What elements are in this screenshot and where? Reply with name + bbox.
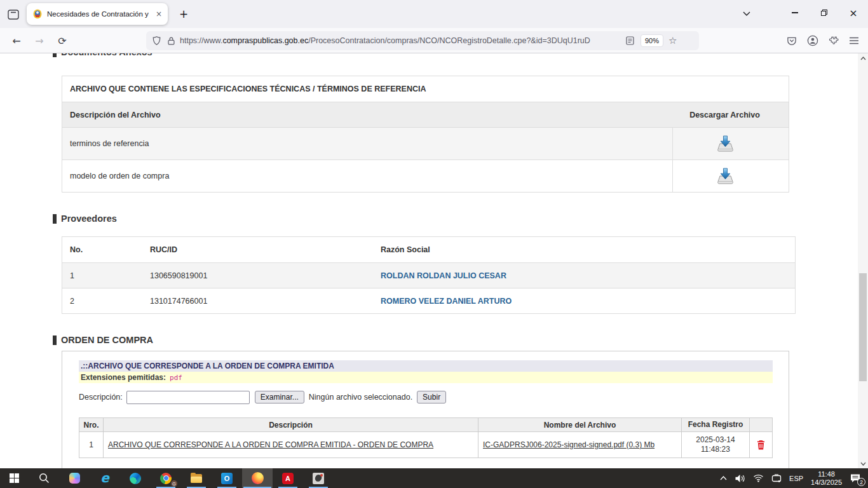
orden-compra-files-table: Nro. Descripción Nombre del Archivo Fech… (79, 417, 773, 458)
section-title-documentos-anexos: Documentos Anexos (61, 53, 153, 57)
download-icon[interactable] (715, 167, 735, 185)
extensions-label: Extensiones pemitidas: (81, 373, 166, 382)
col-header-ruc: RUC/ID (142, 245, 373, 254)
url-bar[interactable]: https://www.compraspublicas.gob.ec/Proce… (146, 31, 699, 50)
back-button[interactable]: ← (8, 32, 25, 49)
fecha-registro-time: 11:48:23 (701, 445, 730, 454)
extensions-value: pdf (170, 374, 182, 382)
descripcion-input[interactable] (126, 391, 250, 404)
firefox-view-button[interactable] (6, 8, 21, 22)
table-header-row: Descripción del Archivo Descargar Archiv… (62, 102, 789, 127)
col-header-razon-social: Razón Social (373, 245, 795, 254)
section-bullet (53, 214, 57, 224)
file-descripcion-link[interactable]: ARCHIVO QUE CORRESPONDE A LA ORDEN DE CO… (108, 440, 433, 449)
table-row: modelo de orden de compra (62, 159, 789, 192)
taskbar-outlook-button[interactable]: O (212, 468, 242, 488)
taskbar-internet-explorer-button[interactable]: e (90, 468, 120, 488)
reader-mode-icon[interactable] (626, 36, 634, 45)
examinar-button[interactable]: Examinar... (255, 391, 304, 403)
scrollbar-thumb[interactable] (859, 273, 867, 381)
proveedor-link[interactable]: ROLDAN ROLDAN JULIO CESAR (381, 271, 506, 280)
col-header-descargar-archivo: Descargar Archivo (672, 102, 789, 127)
remote-desktop-icon[interactable] (768, 468, 785, 488)
taskbar-clock[interactable]: 11:48 14/3/2025 (807, 468, 846, 488)
taskbar-search-button[interactable] (29, 468, 59, 488)
col-header-no: No. (62, 245, 142, 254)
notification-count-badge: 2 (857, 478, 865, 486)
lock-icon[interactable] (167, 36, 175, 46)
url-domain: compraspublicas.gob.ec (222, 36, 308, 45)
extensions-band: Extensiones pemitidas:pdf (79, 372, 773, 383)
start-button[interactable] (0, 468, 29, 488)
file-name-link[interactable]: IC-GADPRSJ006-2025-signed-signed.pdf (0.… (483, 440, 654, 449)
table-header-row: No. RUC/ID Razón Social (62, 237, 795, 262)
window-minimize-button[interactable] (780, 0, 810, 25)
bookmark-star-icon[interactable]: ☆ (668, 35, 677, 46)
account-icon[interactable] (807, 35, 818, 46)
zoom-level-button[interactable]: 90% (641, 34, 663, 47)
col-header-descripcion-archivo: Descripción del Archivo (62, 111, 672, 119)
clock-date: 14/3/2025 (811, 478, 842, 487)
taskbar-chrome-button[interactable]: G (151, 468, 181, 488)
new-tab-button[interactable]: + (175, 6, 192, 22)
page-scrollbar[interactable] (858, 53, 868, 468)
notification-center-button[interactable]: 2 (846, 468, 865, 488)
outlook-icon: O (221, 473, 233, 484)
tab-list-chevron-icon[interactable] (737, 5, 756, 22)
scroll-down-icon[interactable] (858, 459, 868, 468)
taskbar-copilot-button[interactable] (59, 468, 90, 488)
proveedor-ruc: 1310174766001 (142, 297, 373, 306)
table-caption-row: ARCHIVO QUE CONTIENE LAS ESPECIFICACIONE… (62, 76, 789, 102)
tab-bar: Necesidades de Contratación y × + × (0, 0, 868, 28)
browser-tab[interactable]: Necesidades de Contratación y × (27, 3, 168, 25)
proveedor-no: 1 (62, 271, 142, 280)
section-documentos-anexos: Documentos Anexos (53, 53, 153, 57)
table-row: terminos de referencia (62, 127, 789, 159)
tab-close-icon[interactable]: × (156, 10, 162, 18)
descripcion-label: Descripción: (79, 393, 123, 402)
delete-trash-icon[interactable] (757, 440, 765, 450)
table-header-row: Nro. Descripción Nombre del Archivo Fech… (79, 418, 772, 431)
no-file-selected-text: Ningún archivo seleccionado. (309, 393, 412, 402)
reload-button[interactable]: ⟳ (53, 32, 71, 49)
url-scheme: https://www. (180, 36, 222, 45)
menu-hamburger-icon[interactable] (849, 36, 859, 45)
section-bullet (53, 336, 57, 345)
taskbar-firefox-button[interactable] (242, 468, 273, 488)
subir-button[interactable]: Subir (417, 391, 446, 403)
section-orden-de-compra: ORDEN DE COMPRA (53, 335, 153, 345)
taskbar-file-explorer-button[interactable] (181, 468, 212, 488)
taskbar-edge-button[interactable] (120, 468, 151, 488)
wifi-icon[interactable] (749, 468, 768, 488)
extensions-puzzle-icon[interactable] (828, 35, 839, 46)
volume-icon[interactable] (731, 468, 749, 488)
upload-form: Descripción: Examinar... Ningún archivo … (79, 388, 446, 406)
col-header-fecha-registro: Fecha Registro (681, 418, 749, 431)
proveedor-no: 2 (62, 297, 142, 306)
window-restore-button[interactable] (810, 0, 839, 25)
col-header-actions (749, 418, 772, 431)
archivo-descripcion: terminos de referencia (62, 139, 672, 148)
pocket-icon[interactable] (786, 36, 797, 46)
forward-button: → (31, 32, 48, 49)
table-row: 1 ARCHIVO QUE CORRESPONDE A LA ORDEN DE … (79, 431, 772, 458)
chrome-profile-badge: G (171, 480, 177, 487)
fecha-registro-date: 2025-03-14 (696, 435, 735, 445)
proveedor-link[interactable]: ROMERO VELEZ DANIEL ARTURO (381, 297, 512, 306)
window-close-button[interactable]: × (839, 0, 868, 25)
language-indicator[interactable]: ESP (785, 468, 807, 488)
proveedor-ruc: 1306590819001 (142, 271, 373, 280)
taskbar-java-app-button[interactable] (303, 468, 334, 488)
file-explorer-icon (191, 474, 202, 483)
tracking-shield-icon[interactable] (152, 36, 161, 46)
download-icon[interactable] (715, 135, 735, 152)
scroll-up-icon[interactable] (858, 53, 868, 63)
col-header-nro: Nro. (79, 418, 103, 431)
taskbar-acrobat-button[interactable]: A (273, 468, 303, 488)
col-header-nombre-archivo: Nombre del Archivo (478, 418, 681, 431)
clock-time: 11:48 (811, 470, 842, 478)
tray-chevron-up-icon[interactable] (716, 468, 731, 488)
edge-icon (130, 473, 141, 484)
url-path: /ProcesoContratacion/compras/NCO/NCORegi… (308, 36, 590, 45)
col-header-descripcion: Descripción (103, 418, 478, 431)
